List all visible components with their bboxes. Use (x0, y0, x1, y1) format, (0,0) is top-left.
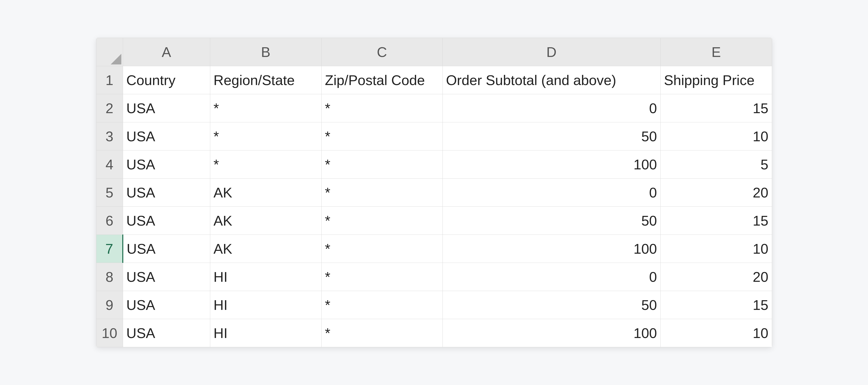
row-header-6[interactable]: 6 (96, 207, 123, 235)
row-header-3[interactable]: 3 (96, 122, 123, 150)
cell-value: USA (126, 297, 155, 313)
cell-value: * (325, 185, 331, 200)
cell-c3[interactable]: * (321, 122, 442, 150)
cell-value: 15 (753, 100, 769, 116)
cell-d1[interactable]: Order Subtotal (and above) (442, 66, 660, 94)
cell-c9[interactable]: * (321, 291, 442, 319)
cell-c8[interactable]: * (321, 263, 442, 291)
cell-value: * (214, 128, 219, 144)
cell-a6[interactable]: USA (123, 207, 210, 235)
cell-b8[interactable]: HI (210, 263, 321, 291)
cell-value: * (325, 297, 331, 313)
table-row: 7 USA AK * 100 10 (96, 235, 772, 263)
cell-value: * (325, 269, 331, 285)
row-header-4[interactable]: 4 (96, 150, 123, 179)
row-header-1[interactable]: 1 (96, 66, 123, 94)
cell-b1[interactable]: Region/State (210, 66, 321, 94)
row-header-label: 6 (105, 213, 113, 229)
cell-d7[interactable]: 100 (442, 235, 660, 263)
cell-value: USA (126, 185, 155, 200)
cell-d8[interactable]: 0 (442, 263, 660, 291)
cell-b6[interactable]: AK (210, 207, 321, 235)
cell-value: Country (126, 72, 176, 88)
cell-b3[interactable]: * (210, 122, 321, 150)
cell-b4[interactable]: * (210, 150, 321, 179)
row-header-label: 9 (105, 297, 113, 313)
cell-b7[interactable]: AK (210, 235, 321, 263)
cell-a8[interactable]: USA (123, 263, 210, 291)
cell-e9[interactable]: 15 (660, 291, 772, 319)
spreadsheet[interactable]: A B C D E 1 Country Region/State Zip/Pos… (96, 38, 772, 347)
cell-value: 0 (649, 269, 657, 285)
column-header-c[interactable]: C (321, 38, 442, 66)
column-header-a[interactable]: A (123, 38, 210, 66)
cell-b10[interactable]: HI (210, 319, 321, 347)
cell-c5[interactable]: * (321, 179, 442, 207)
cell-a9[interactable]: USA (123, 291, 210, 319)
cell-value: AK (214, 213, 232, 229)
row-header-9[interactable]: 9 (96, 291, 123, 319)
cell-e7[interactable]: 10 (660, 235, 772, 263)
select-all-corner[interactable] (96, 38, 123, 66)
cell-value: 50 (641, 128, 657, 144)
cell-e6[interactable]: 15 (660, 207, 772, 235)
table-row: 9 USA HI * 50 15 (96, 291, 772, 319)
cell-value: 100 (633, 325, 657, 341)
cell-a10[interactable]: USA (123, 319, 210, 347)
cell-d9[interactable]: 50 (442, 291, 660, 319)
cell-c6[interactable]: * (321, 207, 442, 235)
cell-e3[interactable]: 10 (660, 122, 772, 150)
row-header-label: 10 (102, 325, 118, 341)
cell-b2[interactable]: * (210, 94, 321, 122)
spreadsheet-grid[interactable]: A B C D E 1 Country Region/State Zip/Pos… (96, 38, 772, 347)
cell-b9[interactable]: HI (210, 291, 321, 319)
cell-c7[interactable]: * (321, 235, 442, 263)
cell-value: AK (214, 185, 232, 200)
cell-c4[interactable]: * (321, 150, 442, 179)
select-all-triangle-icon (111, 54, 121, 64)
cell-c10[interactable]: * (321, 319, 442, 347)
cell-e4[interactable]: 5 (660, 150, 772, 179)
cell-a4[interactable]: USA (123, 150, 210, 179)
column-header-row: A B C D E (96, 38, 772, 66)
column-header-b[interactable]: B (210, 38, 321, 66)
cell-value: * (214, 100, 219, 116)
row-header-5[interactable]: 5 (96, 179, 123, 207)
column-header-label: A (162, 44, 171, 60)
cell-b5[interactable]: AK (210, 179, 321, 207)
cell-a2[interactable]: USA (123, 94, 210, 122)
cell-a5[interactable]: USA (123, 179, 210, 207)
cell-c2[interactable]: * (321, 94, 442, 122)
cell-e8[interactable]: 20 (660, 263, 772, 291)
row-header-10[interactable]: 10 (96, 319, 123, 347)
cell-e5[interactable]: 20 (660, 179, 772, 207)
cell-d10[interactable]: 100 (442, 319, 660, 347)
cell-e1[interactable]: Shipping Price (660, 66, 772, 94)
cell-d4[interactable]: 100 (442, 150, 660, 179)
cell-value: 20 (753, 185, 769, 200)
cell-d5[interactable]: 0 (442, 179, 660, 207)
cell-e2[interactable]: 15 (660, 94, 772, 122)
cell-d2[interactable]: 0 (442, 94, 660, 122)
cell-value: * (325, 156, 331, 172)
cell-a1[interactable]: Country (123, 66, 210, 94)
cell-value: Zip/Postal Code (325, 72, 425, 88)
cell-c1[interactable]: Zip/Postal Code (321, 66, 442, 94)
row-header-7[interactable]: 7 (96, 235, 123, 263)
cell-d3[interactable]: 50 (442, 122, 660, 150)
cell-value: 10 (753, 128, 769, 144)
cell-a3[interactable]: USA (123, 122, 210, 150)
row-header-2[interactable]: 2 (96, 94, 123, 122)
cell-value: 10 (753, 325, 769, 341)
column-header-e[interactable]: E (660, 38, 772, 66)
row-header-8[interactable]: 8 (96, 263, 123, 291)
cell-value: USA (126, 156, 155, 172)
column-header-d[interactable]: D (442, 38, 660, 66)
cell-value: 50 (641, 297, 657, 313)
cell-e10[interactable]: 10 (660, 319, 772, 347)
cell-a7[interactable]: USA (123, 235, 210, 263)
cell-d6[interactable]: 50 (442, 207, 660, 235)
row-header-label: 2 (105, 100, 113, 116)
row-header-label: 8 (105, 269, 113, 285)
table-row: 3 USA * * 50 10 (96, 122, 772, 150)
